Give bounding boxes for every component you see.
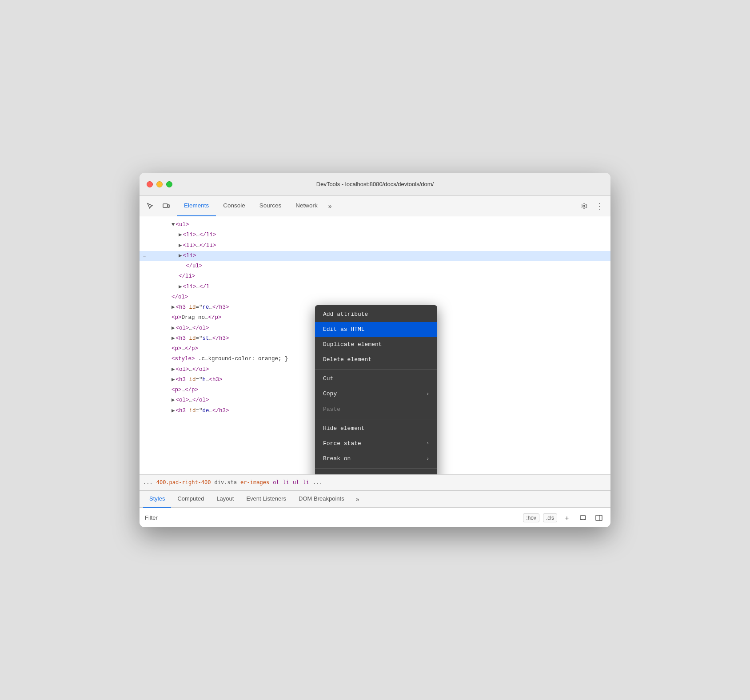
- bottom-panel: Styles Computed Layout Event Listeners D…: [140, 490, 610, 527]
- breadcrumb-item-400[interactable]: 400.pad-right-400: [156, 479, 211, 485]
- breadcrumb-item-li2[interactable]: li: [303, 479, 309, 485]
- toggle-sidebar-icon[interactable]: [593, 512, 605, 524]
- tab-layout[interactable]: Layout: [210, 491, 240, 508]
- breadcrumb-item-divsta[interactable]: div.sta: [215, 479, 237, 485]
- tab-network[interactable]: Network: [288, 196, 325, 216]
- filter-bar: Filter :hov .cls +: [140, 508, 610, 527]
- ctx-force-state[interactable]: Force state ›: [315, 436, 437, 451]
- svg-rect-2: [580, 516, 586, 520]
- tab-elements[interactable]: Elements: [177, 196, 216, 216]
- ctx-expand-recursively[interactable]: Expand recursively: [315, 470, 437, 474]
- element-state-icon[interactable]: [577, 512, 589, 524]
- breadcrumb-bar: ... 400.pad-right-400 div.sta er-images …: [140, 474, 610, 490]
- close-button[interactable]: [147, 181, 153, 187]
- filter-label: Filter: [145, 514, 158, 521]
- more-tabs-button[interactable]: »: [325, 203, 335, 210]
- device-emulation-icon[interactable]: [159, 199, 173, 213]
- breadcrumb-item-li[interactable]: li: [283, 479, 289, 485]
- ctx-delete-element[interactable]: Delete element: [315, 352, 437, 367]
- ctx-add-attribute[interactable]: Add attribute: [315, 307, 437, 322]
- svg-rect-1: [168, 205, 169, 207]
- ctx-hide-element[interactable]: Hide element: [315, 421, 437, 436]
- tab-event-listeners[interactable]: Event Listeners: [240, 491, 292, 508]
- tree-line[interactable]: ▶<li>…</li>: [140, 241, 610, 251]
- hov-button[interactable]: :hov: [523, 513, 539, 522]
- ctx-separator-1: [315, 369, 437, 370]
- ctx-copy[interactable]: Copy ›: [315, 386, 437, 402]
- dom-tree[interactable]: ▼<ul> ▶<li>…</li> ▶<li>…</li> … ▶<li> </…: [140, 216, 610, 474]
- bottom-tabs: Styles Computed Layout Event Listeners D…: [140, 491, 610, 508]
- cls-button[interactable]: .cls: [543, 513, 557, 522]
- tabbar-left-icons: [143, 199, 173, 213]
- main-content: ▼<ul> ▶<li>…</li> ▶<li>…</li> … ▶<li> </…: [140, 216, 610, 527]
- context-menu: Add attribute Edit as HTML Duplicate ele…: [315, 305, 437, 474]
- ctx-duplicate-element[interactable]: Duplicate element: [315, 337, 437, 352]
- ctx-break-on-arrow: ›: [426, 455, 429, 463]
- titlebar: DevTools - localhost:8080/docs/devtools/…: [140, 173, 610, 196]
- tree-line[interactable]: ▼<ul>: [140, 220, 610, 230]
- ctx-separator-2: [315, 419, 437, 419]
- ctx-cut[interactable]: Cut: [315, 371, 437, 386]
- tree-line[interactable]: ▶<li>…</li>: [140, 230, 610, 240]
- tab-dom-breakpoints[interactable]: DOM Breakpoints: [292, 491, 351, 508]
- inspect-icon[interactable]: [143, 199, 157, 213]
- svg-rect-3: [596, 515, 602, 521]
- ctx-break-on[interactable]: Break on ›: [315, 451, 437, 466]
- traffic-lights: [147, 181, 172, 187]
- tabbar-right-icons: ⋮: [577, 199, 607, 213]
- breadcrumb-item-erimages[interactable]: er-images: [240, 479, 269, 485]
- settings-icon[interactable]: [577, 199, 591, 213]
- tree-line[interactable]: ▶<li>…</l: [140, 282, 610, 292]
- ctx-force-state-arrow: ›: [426, 439, 429, 448]
- more-bottom-tabs[interactable]: »: [352, 496, 363, 503]
- add-style-rule-icon[interactable]: +: [561, 512, 573, 524]
- tree-line[interactable]: </ol>: [140, 292, 610, 302]
- window-title: DevTools - localhost:8080/docs/devtools/…: [316, 181, 434, 187]
- breadcrumb-dots: ...: [143, 479, 153, 485]
- ctx-separator-3: [315, 468, 437, 469]
- ctx-paste: Paste: [315, 402, 437, 417]
- devtools-window: DevTools - localhost:8080/docs/devtools/…: [140, 173, 610, 527]
- maximize-button[interactable]: [166, 181, 172, 187]
- more-menu-icon[interactable]: ⋮: [593, 199, 607, 213]
- tab-computed[interactable]: Computed: [171, 491, 210, 508]
- tree-line[interactable]: </li>: [140, 271, 610, 282]
- main-tabs: Elements Console Sources Network »: [177, 196, 577, 216]
- tab-styles[interactable]: Styles: [143, 491, 171, 508]
- tabbar: Elements Console Sources Network » ⋮: [140, 196, 610, 216]
- ctx-copy-arrow: ›: [426, 390, 429, 398]
- breadcrumb-item-ol[interactable]: ol: [273, 479, 279, 485]
- minimize-button[interactable]: [156, 181, 163, 187]
- ctx-edit-as-html[interactable]: Edit as HTML: [315, 322, 437, 337]
- tab-console[interactable]: Console: [216, 196, 252, 216]
- breadcrumb-more: ...: [313, 479, 323, 485]
- tree-line-selected[interactable]: … ▶<li>: [140, 251, 610, 261]
- tree-line[interactable]: </ul>: [140, 261, 610, 271]
- tab-sources[interactable]: Sources: [252, 196, 289, 216]
- svg-rect-0: [163, 204, 168, 207]
- breadcrumb-item-ul[interactable]: ul: [293, 479, 299, 485]
